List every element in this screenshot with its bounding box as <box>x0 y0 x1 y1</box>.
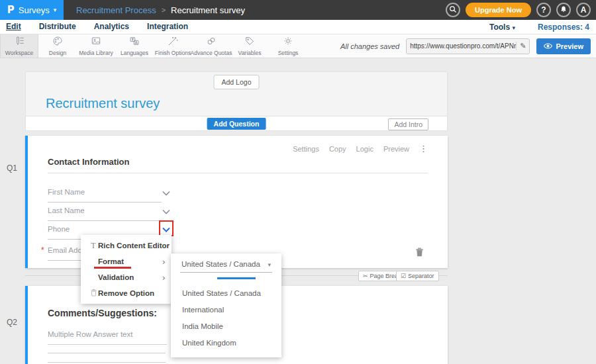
format-option-international[interactable]: International <box>182 306 224 314</box>
breadcrumb: Recruitment Process > Recruitment survey <box>76 5 245 15</box>
survey-header-top: Add Logo Recruitment survey <box>26 72 447 116</box>
option-context-menu: T Rich Content Editor Format › Validatio… <box>81 235 172 304</box>
responses-count[interactable]: Responses: 4 <box>538 23 589 32</box>
toolbar-item-languages[interactable]: Languages <box>115 34 154 58</box>
add-question-button[interactable]: Add Question <box>207 118 266 130</box>
question-number-q2: Q2 <box>7 318 17 327</box>
editor-toolbar: Workspace Design Media Library Languages… <box>0 34 596 58</box>
answer-line <box>48 353 166 353</box>
preview-button[interactable]: Preview <box>536 38 591 54</box>
question-mark-icon: ? <box>541 5 546 15</box>
survey-editor-canvas: Add Logo Recruitment survey Add Question… <box>0 58 596 364</box>
survey-header-actions: Add Question Add Intro <box>26 116 447 130</box>
chevron-down-icon[interactable] <box>162 205 170 217</box>
breadcrumb-parent-link[interactable]: Recruitment Process <box>76 5 156 15</box>
search-button[interactable] <box>446 3 460 17</box>
submenu-arrow-icon: › <box>162 257 166 266</box>
multi-row-answer-field[interactable]: Multiple Row Answer text <box>48 328 167 345</box>
delete-question-icon[interactable] <box>415 247 424 259</box>
help-button[interactable]: ? <box>536 3 551 17</box>
survey-header-card: Add Logo Recruitment survey Add Question… <box>25 71 448 131</box>
add-logo-button[interactable]: Add Logo <box>214 75 260 89</box>
top-bar: P Surveys ▾ Recruitment Process > Recrui… <box>0 0 596 20</box>
survey-title[interactable]: Recruitment survey <box>46 96 160 111</box>
answer-placeholder: Multiple Row Answer text <box>48 330 132 338</box>
separator-button[interactable]: ☑ Separator <box>396 271 439 281</box>
image-icon <box>90 36 102 49</box>
autosave-status: All changes saved <box>340 42 399 50</box>
bell-icon <box>560 5 568 15</box>
chevron-down-icon[interactable] <box>162 187 170 199</box>
format-submenu: United States / Canada ▾ United States /… <box>171 253 281 357</box>
question-logic-link[interactable]: Logic <box>356 145 373 153</box>
field-label: First Name <box>48 188 85 196</box>
surveys-menu-button[interactable]: P Surveys ▾ <box>0 0 64 20</box>
section-nav: Edit Distribute Analytics Integration To… <box>0 20 596 34</box>
topbar-actions: Upgrade Now ? A <box>446 3 596 17</box>
search-icon <box>449 5 457 15</box>
toolbar-item-design[interactable]: Design <box>38 34 77 58</box>
field-first-name[interactable]: First Name <box>48 185 180 201</box>
format-option-india-mobile[interactable]: India Mobile <box>182 322 223 330</box>
question-preview-link[interactable]: Preview <box>383 145 409 153</box>
eye-icon <box>544 42 552 50</box>
nav-right: Tools ▾ Responses: 4 <box>489 23 596 32</box>
workspace-icon <box>13 36 25 49</box>
menu-item-remove-option[interactable]: Remove Option <box>81 285 172 301</box>
tab-distribute[interactable]: Distribute <box>39 22 76 32</box>
more-options-icon[interactable]: ⋮ <box>419 144 428 154</box>
survey-url-input[interactable] <box>410 42 516 50</box>
account-avatar[interactable]: A <box>576 3 591 17</box>
magic-wand-icon <box>167 36 179 49</box>
tab-integration[interactable]: Integration <box>147 22 188 32</box>
surveys-label: Surveys <box>19 5 50 15</box>
toolbar-item-media-library[interactable]: Media Library <box>77 34 115 58</box>
question-title[interactable]: Contact Information <box>48 157 130 167</box>
red-highlight-underline <box>94 267 131 269</box>
field-label: Phone <box>48 225 70 233</box>
question-copy-link[interactable]: Copy <box>329 145 346 153</box>
survey-url-box: ✎ <box>406 38 530 54</box>
caret-down-icon: ▾ <box>268 261 271 268</box>
toolbar-item-workspace[interactable]: Workspace <box>0 34 38 58</box>
question-settings-link[interactable]: Settings <box>293 145 319 153</box>
menu-item-rich-content-editor[interactable]: T Rich Content Editor <box>81 238 172 253</box>
add-intro-button[interactable]: Add Intro <box>388 118 428 130</box>
format-option-us-canada[interactable]: United States / Canada <box>182 289 261 297</box>
avatar-initial: A <box>581 5 587 15</box>
checkbox-icon: ☑ <box>401 273 406 279</box>
notifications-button[interactable] <box>556 3 571 17</box>
menu-item-validation[interactable]: Validation › <box>81 269 172 285</box>
chevron-down-icon: ▾ <box>54 7 57 13</box>
tab-analytics[interactable]: Analytics <box>94 22 129 32</box>
chevron-down-icon-highlighted[interactable] <box>159 220 174 236</box>
questionpro-logo-icon: P <box>7 4 15 16</box>
field-label: Last Name <box>48 206 85 214</box>
tools-menu[interactable]: Tools ▾ <box>489 23 515 32</box>
edit-url-icon[interactable]: ✎ <box>516 42 526 50</box>
gear-icon <box>282 36 294 49</box>
answer-line <box>48 362 166 363</box>
tab-edit[interactable]: Edit <box>6 22 21 32</box>
toolbar-item-advance-quotas[interactable]: Advance Quotas <box>192 34 230 58</box>
upgrade-now-button[interactable]: Upgrade Now <box>466 3 531 17</box>
format-select[interactable]: United States / Canada ▾ <box>180 257 272 273</box>
question-actions: Settings Copy Logic Preview ⋮ <box>293 144 428 154</box>
menu-item-format[interactable]: Format › <box>81 253 172 269</box>
field-last-name[interactable]: Last Name <box>48 204 180 220</box>
chain-links-icon <box>205 36 217 49</box>
palette-icon <box>52 36 64 49</box>
toolbar-item-settings[interactable]: Settings <box>269 34 307 58</box>
scissors-icon: ✂ <box>363 273 368 279</box>
toolbar-item-variables[interactable]: Variables <box>230 34 269 58</box>
text-format-icon: T <box>89 241 98 251</box>
format-option-united-kingdom[interactable]: United Kingdom <box>182 339 236 347</box>
breadcrumb-current: Recruitment survey <box>171 5 245 15</box>
toolbar-item-finish-options[interactable]: Finish Options <box>154 34 192 58</box>
question-title-underline <box>48 173 428 173</box>
chevron-down-icon: ▾ <box>512 24 515 31</box>
submenu-arrow-icon: › <box>162 273 166 282</box>
translate-icon <box>128 36 140 49</box>
required-asterisk: * <box>41 246 44 255</box>
question-title[interactable]: Comments/Suggestions: <box>48 308 157 318</box>
